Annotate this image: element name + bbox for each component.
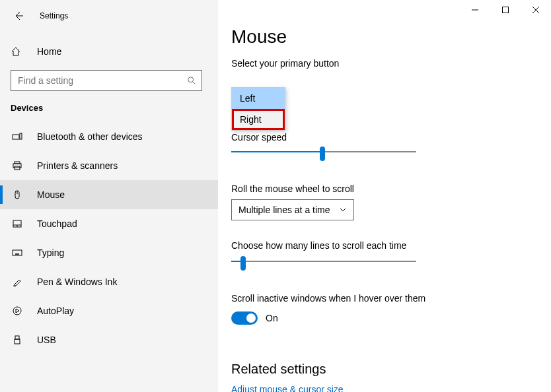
- nav-label: USB: [37, 335, 56, 345]
- primary-button-dropdown[interactable]: Left Right: [231, 87, 285, 131]
- svg-rect-13: [13, 250, 22, 255]
- roll-wheel-label: Roll the mouse wheel to scroll: [231, 183, 354, 194]
- nav-label: Typing: [37, 247, 64, 258]
- nav-label: Pen & Windows Ink: [37, 277, 117, 287]
- scroll-inactive-label: Scroll inactive windows when I hover ove…: [231, 293, 425, 304]
- svg-rect-19: [15, 336, 19, 339]
- search-box[interactable]: [11, 70, 202, 91]
- svg-point-18: [13, 307, 21, 315]
- nav-autoplay[interactable]: AutoPlay: [0, 296, 218, 325]
- touchpad-icon: [11, 218, 24, 229]
- app-title: Settings: [40, 11, 68, 20]
- nav-label: AutoPlay: [37, 306, 74, 316]
- lines-slider[interactable]: [231, 255, 416, 268]
- nav-label: Mouse: [37, 189, 65, 200]
- maximize-button[interactable]: [490, 0, 521, 20]
- back-button[interactable]: [11, 8, 26, 24]
- nav-bluetooth[interactable]: Bluetooth & other devices: [0, 122, 218, 151]
- choose-lines-label: Choose how many lines to scroll each tim…: [231, 240, 406, 251]
- dropdown-option-right[interactable]: Right: [232, 109, 285, 130]
- primary-button-label: Select your primary button: [231, 58, 551, 69]
- nav-touchpad[interactable]: Touchpad: [0, 209, 218, 238]
- search-icon: [187, 76, 196, 85]
- mouse-icon: [11, 189, 24, 200]
- cursor-speed-slider[interactable]: [231, 145, 416, 158]
- nav-label: Printers & scanners: [37, 160, 118, 171]
- scroll-mode-value: Multiple lines at a time: [239, 205, 330, 215]
- nav-label: Bluetooth & other devices: [37, 131, 143, 142]
- pen-icon: [11, 277, 24, 287]
- minimize-button[interactable]: [460, 0, 490, 20]
- svg-point-1: [188, 77, 194, 82]
- svg-line-2: [193, 82, 196, 84]
- section-header: Devices: [0, 91, 218, 117]
- cursor-speed-label: Cursor speed: [231, 132, 287, 143]
- scroll-mode-select[interactable]: Multiple lines at a time: [231, 199, 354, 220]
- usb-icon: [11, 335, 24, 345]
- toggle-knob: [246, 313, 256, 323]
- nav-usb[interactable]: USB: [0, 325, 218, 354]
- main-content: Mouse Select your primary button Left Ri…: [218, 0, 551, 392]
- nav-pen[interactable]: Pen & Windows Ink: [0, 267, 218, 296]
- scroll-inactive-toggle[interactable]: [231, 311, 258, 325]
- nav-list: Bluetooth & other devices Printers & sca…: [0, 122, 218, 354]
- home-icon: [11, 46, 24, 57]
- keyboard-icon: [11, 247, 24, 258]
- autoplay-icon: [11, 306, 24, 316]
- printer-icon: [11, 160, 24, 171]
- close-button[interactable]: [521, 0, 551, 20]
- page-title: Mouse: [231, 26, 551, 48]
- home-nav[interactable]: Home: [0, 38, 218, 65]
- svg-rect-4: [20, 133, 22, 139]
- nav-mouse[interactable]: Mouse: [0, 180, 218, 209]
- svg-rect-3: [13, 135, 19, 139]
- slider-thumb[interactable]: [240, 256, 246, 271]
- related-settings-title: Related settings: [231, 362, 326, 377]
- chevron-down-icon: [339, 206, 347, 214]
- slider-thumb[interactable]: [320, 147, 325, 161]
- sidebar: Settings Home Devices Bluetooth & oth: [0, 0, 218, 392]
- nav-printers[interactable]: Printers & scanners: [0, 151, 218, 180]
- nav-typing[interactable]: Typing: [0, 238, 218, 267]
- home-label: Home: [37, 46, 61, 57]
- toggle-state-label: On: [266, 313, 278, 323]
- search-input[interactable]: [17, 75, 187, 86]
- devices-icon: [11, 131, 24, 142]
- svg-rect-22: [503, 7, 509, 13]
- svg-rect-20: [15, 339, 20, 344]
- nav-label: Touchpad: [37, 218, 77, 229]
- dropdown-option-left[interactable]: Left: [232, 88, 285, 109]
- adjust-mouse-link[interactable]: Adjust mouse & cursor size: [231, 384, 344, 392]
